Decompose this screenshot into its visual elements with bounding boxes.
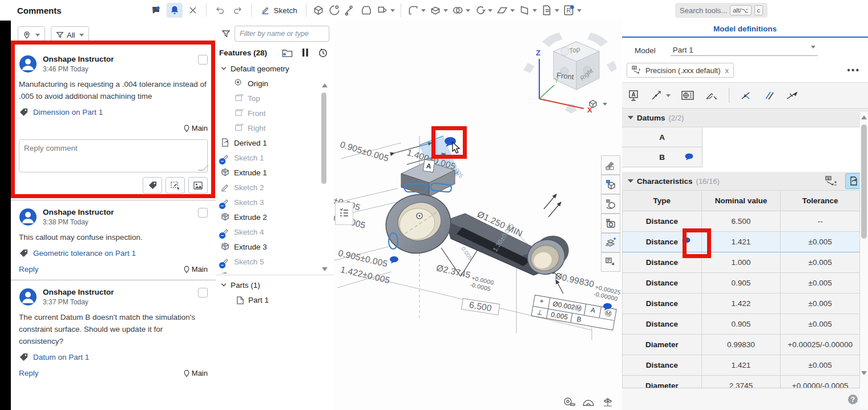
characteristics-column-header[interactable]: Nominal value [701, 191, 781, 211]
sketch-button[interactable]: Sketch [256, 3, 302, 17]
feature-item-sketch-2[interactable]: Sketch 2 [216, 180, 334, 195]
parallel-tool-icon[interactable] [762, 89, 775, 102]
tool-helix-button[interactable] [472, 3, 494, 18]
characteristics-column-header[interactable]: Type [623, 191, 702, 211]
feature-item-origin[interactable]: Origin [216, 76, 334, 91]
feature-item-extrude-3[interactable]: Extrude 3 [216, 239, 334, 254]
mass-properties-icon[interactable] [601, 396, 615, 408]
feature-item-default-geometry[interactable]: Default geometry [216, 61, 334, 76]
feature-item-top[interactable]: Top [216, 91, 334, 106]
datum-a-flag[interactable]: A [423, 159, 435, 172]
tool-loft-button[interactable] [358, 3, 374, 18]
add-comment-icon[interactable] [148, 3, 164, 18]
comment-bubble-icon[interactable] [684, 153, 694, 161]
part-item-row[interactable]: Part 1 [216, 292, 334, 307]
tool-extrude-button[interactable] [310, 3, 326, 18]
tool-sweep-button[interactable] [342, 3, 358, 18]
dimension-list-flyout-button[interactable] [335, 202, 353, 225]
comment-type-filter-button[interactable]: All [51, 26, 89, 43]
comment-bubble-icon[interactable] [681, 237, 691, 245]
view-options-cube-button[interactable] [587, 98, 607, 110]
redo-icon[interactable] [230, 3, 246, 18]
appearance-tool-icon[interactable] [601, 155, 620, 175]
tree-scrollbar-thumb[interactable] [321, 93, 326, 184]
reply-link[interactable]: Reply [19, 265, 39, 274]
precision-settings-icon[interactable] [825, 175, 837, 187]
feature-filter-input[interactable]: Filter by name or type [235, 26, 329, 42]
new-folder-icon[interactable] [282, 48, 293, 58]
feature-item-sketch-4[interactable]: Sketch 4 [216, 224, 334, 239]
feature-item-front[interactable]: Front [216, 106, 334, 120]
viewport-comment-bubble-3[interactable] [602, 303, 613, 311]
datum-tool-icon[interactable]: A [628, 89, 640, 102]
feature-item-sketch-5[interactable]: Sketch 5 [216, 254, 334, 269]
search-tools-input[interactable]: Search tools... alt/⌥ c [675, 3, 768, 18]
precision-chip[interactable]: Precision (.xxx default) x [627, 63, 734, 78]
datum-row-a[interactable]: A [622, 127, 703, 147]
comment-tag-link[interactable]: Datum on Part 1 [19, 352, 208, 362]
characteristic-row[interactable]: Distance6.500-- [623, 211, 860, 232]
measure-angle-icon[interactable] [582, 396, 595, 408]
viewport-comment-bubble-2[interactable] [389, 256, 399, 264]
characteristic-row[interactable]: Distance1.000±0.005 [623, 252, 860, 273]
characteristic-row[interactable]: Distance1.421±0.005 [623, 232, 860, 252]
feature-item-extrude-2[interactable]: Extrude 2 [216, 210, 334, 224]
notation-tool-icon[interactable] [601, 252, 620, 272]
comment-resolve-checkbox[interactable] [198, 208, 208, 218]
undo-icon[interactable] [212, 3, 228, 18]
rotate-view-tool-icon[interactable] [601, 194, 620, 214]
comment-tag-link[interactable]: Geometric tolerance on Part 1 [19, 248, 208, 258]
viewport[interactable]: Top Front Right Z X Y 0.905±0.0051.400±0… [334, 21, 623, 410]
tool-plane-button[interactable] [494, 3, 516, 18]
feature-item-sketch-1[interactable]: Sketch 1 [216, 150, 334, 165]
characteristic-row[interactable]: Diameter0.99830+0.00025/-0.00000 [623, 335, 860, 355]
tool-shell-button[interactable] [427, 3, 450, 18]
characteristics-collapse-chevron[interactable] [628, 179, 633, 183]
insert-image-button[interactable] [188, 177, 208, 194]
tool-revolve-button[interactable] [326, 3, 342, 18]
intersection-tool-icon[interactable] [740, 89, 752, 102]
reply-link[interactable]: Reply [19, 369, 39, 377]
more-options-button[interactable]: ••• [847, 65, 860, 75]
rollback-history-icon[interactable] [318, 47, 328, 58]
view-cube-tool-icon[interactable] [601, 175, 620, 194]
tool-boolean-button[interactable] [450, 3, 472, 18]
feature-item-extrude-1[interactable]: Extrude 1 [216, 165, 334, 180]
comment-resolve-checkbox[interactable] [198, 55, 208, 65]
panel-scroll-down[interactable] [861, 371, 867, 375]
notifications-bell-icon[interactable] [167, 3, 183, 18]
model-select-dropdown[interactable]: Part 1 [671, 45, 818, 56]
exploded-view-tool-icon[interactable] [601, 233, 620, 252]
comment-resolve-checkbox[interactable] [198, 288, 208, 298]
feature-item-sketch-3[interactable]: Sketch 3 [216, 195, 334, 210]
datum-row-b[interactable]: B [622, 147, 703, 167]
resize-handle[interactable] [197, 165, 209, 171]
suppress-pause-icon[interactable] [302, 48, 309, 57]
markup-snapshot-button[interactable] [165, 177, 185, 194]
comment-location-filter-button[interactable] [18, 26, 45, 43]
attach-tag-button[interactable] [143, 177, 162, 194]
parts-group-row[interactable]: Parts (1) [216, 278, 334, 292]
feature-filter-icon[interactable] [221, 29, 231, 38]
reply-comment-input[interactable]: Reply comment [19, 139, 208, 172]
close-comments-icon[interactable] [185, 3, 201, 18]
characteristics-column-header[interactable]: Tolerance [781, 191, 860, 211]
tree-scroll-up[interactable] [322, 83, 328, 87]
viewcube-front-label[interactable]: Front [556, 71, 575, 81]
tool-fillet-button[interactable] [405, 3, 427, 18]
help-button[interactable]: ? [848, 395, 858, 404]
measure-tape-icon[interactable] [562, 396, 576, 408]
comment-tag-link[interactable]: Dimension on Part 1 [19, 107, 208, 117]
tool-sheet-button[interactable] [516, 3, 539, 18]
datums-collapse-chevron[interactable] [628, 116, 633, 119]
characteristic-row[interactable]: Distance0.905±0.005 [623, 273, 860, 294]
feature-item-right[interactable]: Right [216, 120, 334, 135]
geometric-tolerance-tool-icon[interactable] [681, 90, 695, 101]
tool-custom-button[interactable]: R [561, 3, 583, 18]
angle-tool-icon[interactable] [705, 90, 718, 101]
snapshot-tool-icon[interactable] [601, 214, 620, 233]
feature-item-extrude-4[interactable]: Extrude 4 [216, 269, 334, 274]
model-definitions-tab[interactable]: Model definitions [622, 21, 868, 38]
precision-chip-close[interactable]: x [725, 66, 729, 75]
tree-scroll-down[interactable] [322, 267, 328, 271]
